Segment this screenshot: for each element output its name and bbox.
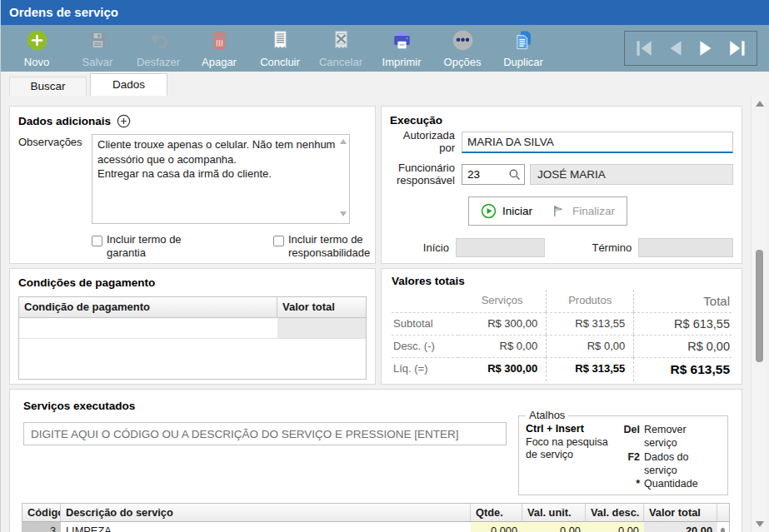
scroll-up-icon[interactable] bbox=[340, 139, 347, 144]
toolbar-label: Apagar bbox=[202, 56, 237, 68]
tab-buscar[interactable]: Buscar bbox=[9, 77, 87, 96]
condicoes-empty-row[interactable] bbox=[19, 318, 366, 339]
toolbar-button-desfazer[interactable]: Desfazer bbox=[131, 26, 186, 71]
atalhos-panel: Atalhos Ctrl + Insert Foco na pesquisa d… bbox=[518, 415, 728, 495]
column-header-condicao[interactable]: Condição de pagamento bbox=[19, 297, 277, 317]
iniciar-button[interactable]: Iniciar bbox=[481, 203, 532, 219]
checkbox-termo-responsabilidade[interactable]: Incluir termo de responsabilidade bbox=[273, 233, 375, 259]
toolbar-label: Novo bbox=[24, 56, 49, 68]
shortcut-desc: Remover serviço bbox=[644, 423, 721, 450]
checkered-flag-icon bbox=[551, 203, 567, 219]
add-circle-icon[interactable] bbox=[117, 114, 131, 128]
last-record-button[interactable] bbox=[727, 37, 750, 60]
column-header-total: Total bbox=[633, 290, 732, 312]
copy-pages-icon bbox=[512, 29, 535, 54]
panel-condicoes-pagamento: Condições de pagamento Condição de pagam… bbox=[9, 268, 376, 385]
search-icon[interactable] bbox=[508, 168, 521, 181]
toolbar-button-opcoes[interactable]: Opções bbox=[435, 26, 490, 71]
finalizar-button[interactable]: Finalizar bbox=[551, 203, 615, 219]
receipt-x-icon bbox=[330, 29, 352, 54]
table-scrollbar-thumb[interactable] bbox=[721, 528, 725, 532]
servicos-table: Código Descrição do serviço Qtde. Val. u… bbox=[22, 503, 730, 532]
section-title-execucao: Execução bbox=[390, 114, 733, 127]
scrollbar-down-icon[interactable] bbox=[756, 521, 764, 527]
table-scrollbar[interactable] bbox=[721, 525, 727, 532]
scrollbar-up-icon[interactable] bbox=[756, 101, 764, 107]
observacoes-textarea[interactable]: Cliente trouxe apenas o celular. Não tem… bbox=[92, 134, 350, 224]
desconto-total: R$ 0,00 bbox=[633, 335, 732, 357]
toolbar-label: Salvar bbox=[82, 56, 113, 68]
column-header-valor-total[interactable]: Valor total bbox=[644, 504, 717, 522]
checkbox-label: Incluir termo de garantia bbox=[107, 233, 193, 259]
column-header-qtde[interactable]: Qtde. bbox=[471, 504, 522, 522]
column-header-codigo[interactable]: Código bbox=[22, 504, 61, 522]
tab-bar: Buscar Dados bbox=[1, 72, 769, 96]
toolbar-label: Opções bbox=[444, 56, 482, 68]
desconto-servicos: R$ 0,00 bbox=[458, 335, 546, 357]
row-label-desconto: Desc. (-) bbox=[392, 335, 458, 357]
column-header-valor-total[interactable]: Valor total bbox=[277, 297, 366, 317]
cell-qtde[interactable]: 0,000 bbox=[471, 522, 522, 532]
cell-val-desc[interactable]: 0,00 bbox=[586, 522, 644, 532]
column-header-val-unit[interactable]: Val. unit. bbox=[522, 504, 586, 522]
trash-icon bbox=[208, 29, 231, 54]
cell-condicao bbox=[19, 318, 277, 338]
column-header-descricao[interactable]: Descrição do serviço bbox=[61, 504, 471, 522]
shortcut-desc: Dados do serviço bbox=[644, 450, 721, 478]
toolbar-button-cancelar[interactable]: Cancelar bbox=[313, 26, 368, 71]
liquido-produtos: R$ 313,55 bbox=[546, 357, 633, 381]
main-scrollbar[interactable] bbox=[751, 96, 767, 532]
toolbar-button-novo[interactable]: Novo bbox=[9, 26, 64, 71]
funcionario-codigo-input[interactable] bbox=[462, 168, 499, 181]
table-row[interactable]: 3 LIMPEZA 0,000 0,00 0,00 20,00 bbox=[22, 522, 729, 532]
servico-search-input[interactable] bbox=[23, 422, 507, 445]
previous-record-button[interactable] bbox=[663, 37, 687, 60]
checkbox-icon[interactable] bbox=[273, 236, 284, 246]
floppy-disk-icon bbox=[87, 29, 109, 54]
execucao-button-group: Iniciar Finalizar bbox=[468, 196, 627, 226]
toolbar-label: Duplicar bbox=[503, 56, 543, 68]
autorizada-por-input[interactable] bbox=[462, 132, 733, 153]
panel-servicos-executados: Serviços executados Atalhos Ctrl + Inser… bbox=[9, 389, 742, 532]
atalhos-title: Atalhos bbox=[526, 409, 568, 421]
main-toolbar: Novo Salvar Desfazer Apagar Concluir Can… bbox=[1, 25, 769, 72]
funcionario-responsavel-label: Funcionário responsável bbox=[390, 162, 462, 187]
valores-totais-grid: Serviços Produtos Total Subtotal R$ 300,… bbox=[392, 290, 732, 381]
scrollbar-thumb[interactable] bbox=[756, 250, 763, 362]
subtotal-produtos: R$ 313,55 bbox=[546, 312, 633, 335]
scroll-down-icon[interactable] bbox=[340, 211, 347, 216]
shortcut-key: Del bbox=[617, 423, 640, 450]
toolbar-button-apagar[interactable]: Apagar bbox=[192, 26, 247, 71]
termino-field bbox=[638, 238, 733, 257]
checkbox-label: Incluir termo de responsabilidade bbox=[288, 233, 375, 259]
autorizada-por-label: Autorizada por bbox=[390, 130, 462, 155]
liquido-servicos: R$ 300,00 bbox=[458, 357, 546, 381]
row-label-subtotal: Subtotal bbox=[392, 312, 458, 335]
toolbar-label: Desfazer bbox=[137, 56, 180, 68]
cell-codigo: 3 bbox=[22, 522, 61, 532]
printer-icon bbox=[391, 29, 413, 54]
finalizar-label: Finalizar bbox=[572, 205, 615, 217]
funcionario-codigo-field[interactable] bbox=[462, 164, 525, 185]
tab-dados[interactable]: Dados bbox=[90, 73, 167, 96]
toolbar-button-salvar[interactable]: Salvar bbox=[70, 26, 125, 71]
record-navigation bbox=[624, 31, 757, 66]
checkbox-icon[interactable] bbox=[92, 236, 102, 246]
toolbar-label: Cancelar bbox=[319, 56, 362, 68]
toolbar-button-concluir[interactable]: Concluir bbox=[252, 26, 307, 71]
condicoes-table: Condição de pagamento Valor total bbox=[18, 296, 367, 380]
first-record-button[interactable] bbox=[632, 37, 655, 60]
app-window: Ordens de serviço Novo Salvar Desfazer A… bbox=[0, 0, 769, 532]
play-circle-icon bbox=[481, 203, 497, 219]
toolbar-button-duplicar[interactable]: Duplicar bbox=[496, 26, 551, 71]
column-header-val-desc[interactable]: Val. desc. bbox=[586, 504, 644, 522]
toolbar-button-imprimir[interactable]: Imprimir bbox=[374, 26, 429, 71]
funcionario-nome-field: JOSÉ MARIA bbox=[530, 164, 733, 185]
section-title-dados-adicionais: Dados adicionais bbox=[18, 115, 111, 127]
next-record-button[interactable] bbox=[695, 37, 718, 60]
subtotal-servicos: R$ 300,00 bbox=[458, 312, 546, 335]
cell-val-unit[interactable]: 0,00 bbox=[522, 522, 586, 532]
plus-circle-icon bbox=[26, 29, 48, 54]
checkbox-termo-garantia[interactable]: Incluir termo de garantia bbox=[92, 233, 193, 259]
toolbar-label: Imprimir bbox=[382, 56, 422, 68]
